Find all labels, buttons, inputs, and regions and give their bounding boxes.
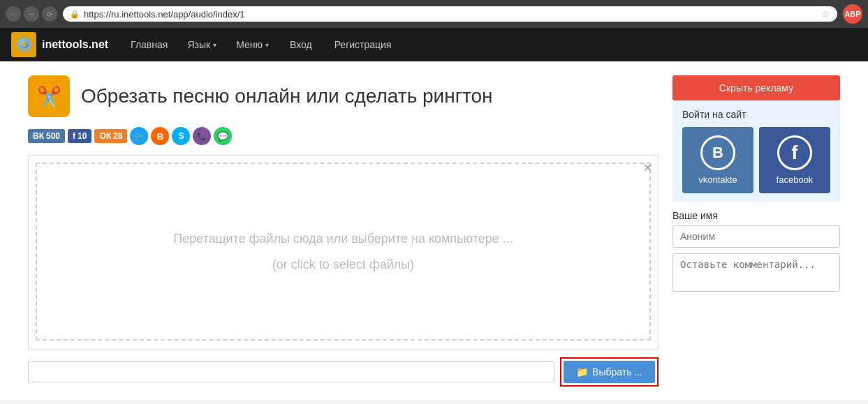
vk-icon: ВК xyxy=(33,131,44,141)
nav-links: Главная Язык ▾ Меню ▾ Вход Регистрация xyxy=(122,29,401,60)
blogger-share-button[interactable]: B xyxy=(151,127,169,145)
bookmark-icon[interactable]: ☆ xyxy=(821,8,830,20)
fb-login-icon: f xyxy=(777,135,812,170)
vk-count: 500 xyxy=(46,131,60,141)
nav-register[interactable]: Регистрация xyxy=(325,35,402,54)
twitter-icon: 🐦 xyxy=(133,131,145,142)
bottom-bar: 📁 Выбрать ... xyxy=(28,357,659,387)
blogger-icon: B xyxy=(157,131,163,142)
back-button[interactable]: ← xyxy=(6,6,21,22)
fb-login-label: facebook xyxy=(777,174,814,185)
menu-arrow: ▾ xyxy=(265,41,269,49)
nav-login[interactable]: Вход xyxy=(280,35,322,54)
url-text: https://ru.inettools.net/app/audio/index… xyxy=(84,9,245,20)
name-input[interactable] xyxy=(672,225,840,248)
social-bar: ВК 500 f 10 ОК 28 🐦 B S 📞 xyxy=(28,127,659,145)
content-area: ✂️ Обрезать песню онлайн или сделать рин… xyxy=(28,75,659,387)
nav-buttons: ← → ⟳ xyxy=(6,6,57,22)
choose-file-button[interactable]: 📁 Выбрать ... xyxy=(564,361,655,383)
vk-login-button[interactable]: B vkontakte xyxy=(682,127,753,193)
nav-language[interactable]: Язык ▾ xyxy=(179,29,225,60)
vk-login-icon: B xyxy=(700,135,735,170)
dropzone[interactable]: Перетащите файлы сюда или выберите на ко… xyxy=(36,163,651,341)
nav-menu[interactable]: Меню ▾ xyxy=(228,29,277,60)
browser-chrome: ← → ⟳ 🔒 https://ru.inettools.net/app/aud… xyxy=(0,0,868,28)
fb-count: 10 xyxy=(78,131,87,141)
fb-share-button[interactable]: f 10 xyxy=(68,129,91,143)
file-path-input[interactable] xyxy=(28,361,554,382)
drop-text-main: Перетащите файлы сюда или выберите на ко… xyxy=(173,229,513,249)
page-header: ✂️ Обрезать песню онлайн или сделать рин… xyxy=(28,75,659,117)
comment-input[interactable] xyxy=(672,253,840,292)
vk-share-button[interactable]: ВК 500 xyxy=(28,129,65,143)
login-panel: Войти на сайт B vkontakte f facebook xyxy=(672,100,840,202)
viber-share-button[interactable]: 📞 xyxy=(193,127,211,145)
vk-login-label: vkontakte xyxy=(698,174,737,185)
lock-icon: 🔒 xyxy=(70,10,80,19)
nav-home[interactable]: Главная xyxy=(122,29,176,60)
folder-icon: 📁 xyxy=(576,366,588,377)
app-icon: ✂️ xyxy=(28,75,70,117)
sidebar: Скрыть рекламу Войти на сайт B vkontakte… xyxy=(672,75,840,387)
main-content: ✂️ Обрезать песню онлайн или сделать рин… xyxy=(0,61,868,401)
social-login-row: B vkontakte f facebook xyxy=(682,127,830,193)
page-title: Обрезать песню онлайн или сделать рингто… xyxy=(81,85,492,107)
skype-share-button[interactable]: S xyxy=(172,127,190,145)
fb-login-button[interactable]: f facebook xyxy=(759,127,830,193)
language-arrow: ▾ xyxy=(213,41,216,49)
logo-box: ⚙️ xyxy=(11,32,36,57)
close-button[interactable]: ✕ xyxy=(643,161,652,174)
fb-icon: f xyxy=(73,131,75,141)
dropzone-container[interactable]: Перетащите файлы сюда или выберите на ко… xyxy=(28,155,659,350)
forward-button[interactable]: → xyxy=(24,6,39,22)
logo-text[interactable]: inettools.net xyxy=(42,38,108,51)
choose-btn-label: Выбрать ... xyxy=(592,366,642,377)
hide-ads-button[interactable]: Скрыть рекламу xyxy=(672,75,840,100)
login-label: Войти на сайт xyxy=(682,109,830,120)
ok-share-button[interactable]: ОК 28 xyxy=(94,129,127,143)
drop-text-secondary: (or click to select файлы) xyxy=(272,255,414,275)
whatsapp-share-button[interactable]: 💬 xyxy=(214,127,232,145)
whatsapp-icon: 💬 xyxy=(217,131,228,142)
viber-icon: 📞 xyxy=(197,132,207,141)
navbar: ⚙️ inettools.net Главная Язык ▾ Меню ▾ В… xyxy=(0,28,868,61)
address-bar[interactable]: 🔒 https://ru.inettools.net/app/audio/ind… xyxy=(63,6,837,22)
twitter-share-button[interactable]: 🐦 xyxy=(130,127,148,145)
logo-area: ⚙️ inettools.net xyxy=(11,32,108,57)
ok-icon: ОК xyxy=(99,131,111,141)
scissors-icon: ✂️ xyxy=(37,85,61,108)
choose-btn-wrapper: 📁 Выбрать ... xyxy=(560,357,659,387)
your-name-label: Ваше имя xyxy=(672,210,840,221)
skype-icon: S xyxy=(178,131,184,141)
refresh-button[interactable]: ⟳ xyxy=(42,6,57,22)
ok-count: 28 xyxy=(113,131,122,141)
profile-button[interactable]: ABP xyxy=(843,4,862,24)
